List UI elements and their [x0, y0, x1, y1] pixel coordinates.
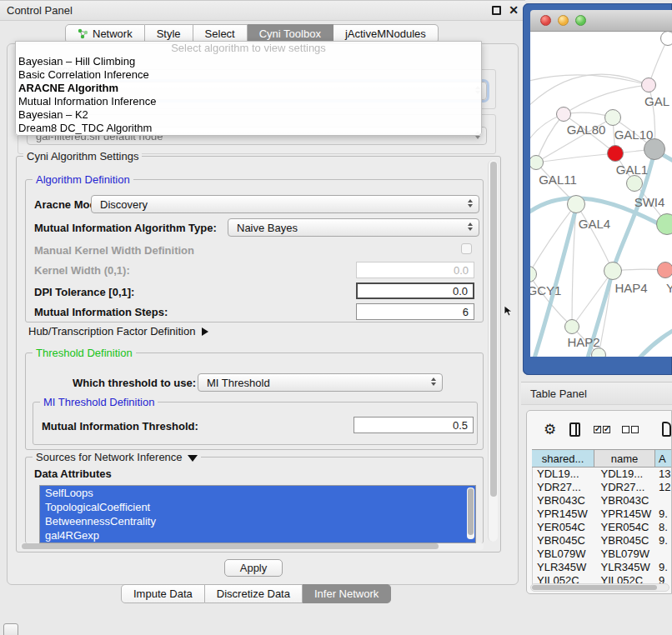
table-row[interactable]: YBL079WYBL079W: [533, 548, 672, 561]
close-panel-icon[interactable]: ✕: [509, 6, 519, 15]
table-row[interactable]: YER054CYER054C8.: [533, 521, 672, 534]
minimize-window-icon[interactable]: [558, 15, 569, 26]
table-row[interactable]: YLR345WYLR345W9.: [533, 561, 672, 574]
algorithm-option[interactable]: Dream8 DC_TDC Algorithm: [16, 122, 481, 135]
network-node-gal1[interactable]: [607, 145, 624, 162]
gear-icon[interactable]: ⚙: [544, 422, 556, 437]
float-window-icon[interactable]: [492, 6, 501, 15]
settings-horizontal-scrollbar[interactable]: [20, 542, 484, 550]
tab-infer-network[interactable]: Infer Network: [303, 584, 391, 603]
algorithm-option[interactable]: ARACNE Algorithm: [16, 82, 481, 95]
cyni-algorithm-settings-group: Cyni Algorithm Settings Algorithm Defini…: [16, 156, 501, 552]
aracne-mode-combobox[interactable]: Discovery: [91, 195, 479, 213]
network-window-titlebar[interactable]: [530, 10, 672, 32]
select-all-columns-icon[interactable]: [594, 426, 610, 433]
attributes-scrollbar[interactable]: [467, 488, 474, 539]
expander-arrow-icon: [202, 328, 208, 336]
mi-threshold-label: Mutual Information Threshold:: [42, 420, 198, 432]
threshold-definition-group: Threshold Definition Which threshold to …: [25, 352, 484, 450]
table-cell: 9.: [655, 534, 672, 548]
table-row[interactable]: YBR045CYBR045C9.: [533, 534, 672, 548]
mi-threshold-field[interactable]: 0.5: [354, 417, 474, 433]
node-label: GAL4: [579, 217, 610, 231]
network-node-hap2[interactable]: [564, 319, 579, 334]
table-panel-window: ⚙ shared... name A YDL19...YDL19...13YDR…: [526, 410, 672, 594]
attribute-item[interactable]: gal4RGexp: [40, 528, 475, 542]
table-cell: YBL079W: [595, 548, 656, 561]
table-row[interactable]: YBR043CYBR043C: [533, 494, 672, 508]
attribute-item[interactable]: TopologicalCoefficient: [40, 500, 475, 514]
node-label: GAL11: [539, 172, 577, 187]
zoom-window-icon[interactable]: [575, 15, 586, 26]
table-cell: YER054C: [595, 521, 656, 534]
algorithm-definition-group: Algorithm Definition Aracne Mode: Discov…: [25, 179, 484, 322]
data-attributes-list[interactable]: SelfLoopsTopologicalCoefficientBetweenne…: [39, 485, 476, 543]
algorithm-placeholder: Select algorithm to view settings: [16, 42, 481, 55]
table-cell: YDR27...: [595, 481, 656, 494]
settings-vertical-scrollbar[interactable]: [488, 160, 498, 542]
network-node-swi4[interactable]: [626, 175, 643, 192]
network-node[interactable]: [656, 213, 672, 235]
network-node-hap4[interactable]: [604, 262, 622, 280]
network-node-gal4[interactable]: [567, 195, 585, 213]
table-cell: YDR27...: [533, 481, 595, 494]
table-cell: [655, 494, 672, 508]
document-icon[interactable]: [662, 422, 671, 437]
network-node[interactable]: [591, 348, 606, 357]
columns-icon[interactable]: [569, 422, 580, 437]
table-cell: YER054C: [533, 521, 595, 534]
table-cell: YBR045C: [595, 534, 656, 548]
network-node[interactable]: [644, 138, 665, 160]
node-label: GCY1: [530, 283, 561, 298]
network-node[interactable]: [660, 32, 672, 46]
table-cell: YBR045C: [533, 534, 595, 548]
hub-transcription-expander[interactable]: Hub/Transcription Factor Definition: [28, 325, 208, 338]
table-row[interactable]: YDR27...YDR27...12: [533, 481, 672, 494]
mi-steps-field[interactable]: 6: [356, 303, 474, 320]
column-header-partial[interactable]: A: [655, 450, 672, 467]
network-view-window: GALGAL80GAL10GAL1GAL11SWI4GAL4GCY1HAP4YH…: [523, 3, 672, 375]
network-node-gal10[interactable]: [604, 109, 621, 126]
algorithm-dropdown-popup: Select algorithm to view settings Bayesi…: [15, 41, 482, 136]
collapse-arrow-icon: [188, 455, 198, 462]
algorithm-option[interactable]: Mutual Information Inference: [16, 95, 481, 108]
attribute-item[interactable]: BetweennessCentrality: [40, 514, 475, 528]
network-node-y[interactable]: [657, 262, 672, 278]
mi-threshold-definition-group: MI Threshold Definition Mutual Informati…: [33, 402, 478, 445]
close-window-icon[interactable]: [540, 15, 551, 26]
tab-impute-data[interactable]: Impute Data: [121, 584, 205, 603]
deselect-all-columns-icon[interactable]: [622, 426, 639, 433]
apply-button[interactable]: Apply: [224, 559, 283, 577]
manual-kernel-width-checkbox[interactable]: [461, 243, 472, 254]
tab-discretize-data[interactable]: Discretize Data: [205, 584, 303, 603]
column-header-name[interactable]: name: [594, 450, 655, 467]
table-body[interactable]: YDL19...YDL19...13YDR27...YDR27...12YBR0…: [532, 468, 672, 584]
network-node-gal80[interactable]: [556, 107, 571, 122]
algorithm-option[interactable]: Basic Correlation Inference: [16, 68, 481, 82]
mi-algorithm-type-label: Mutual Information Algorithm Type:: [34, 222, 217, 234]
node-table: shared... name A YDL19...YDL19...13YDR27…: [532, 449, 672, 584]
table-panel-titlebar: Table Panel: [521, 382, 672, 405]
table-toolbar: ⚙: [527, 418, 671, 441]
control-panel-window: Control Panel ✕ Network Style Select Cyn…: [0, 0, 525, 607]
attribute-item[interactable]: SelfLoops: [40, 486, 475, 500]
mi-algorithm-type-combobox[interactable]: Naive Bayes: [228, 218, 479, 237]
dpi-tolerance-field[interactable]: 0.0: [356, 282, 474, 299]
panel-undock-button[interactable]: [3, 623, 18, 635]
kernel-width-field[interactable]: 0.0: [356, 262, 474, 278]
network-canvas[interactable]: GALGAL80GAL10GAL1GAL11SWI4GAL4GCY1HAP4YH…: [530, 32, 672, 357]
table-row[interactable]: YDL19...YDL19...13: [533, 468, 672, 481]
table-cell: 13: [655, 468, 672, 481]
table-horizontal-scrollbar[interactable]: [530, 583, 669, 592]
table-cell: YDL19...: [595, 468, 656, 481]
algorithm-option[interactable]: Bayesian – Hill Climbing: [16, 55, 481, 68]
table-row[interactable]: YPR145WYPR145W9.: [533, 508, 672, 521]
which-threshold-combobox[interactable]: MI Threshold: [198, 373, 443, 392]
table-header-row: shared... name A: [532, 449, 672, 468]
algorithm-option[interactable]: Bayesian – K2: [16, 108, 481, 122]
table-cell: YPR145W: [533, 508, 595, 521]
node-label: Y: [666, 281, 672, 295]
column-header-shared-name[interactable]: shared...: [532, 450, 594, 467]
network-node-gal[interactable]: [641, 78, 656, 92]
node-label: GAL80: [567, 122, 606, 137]
